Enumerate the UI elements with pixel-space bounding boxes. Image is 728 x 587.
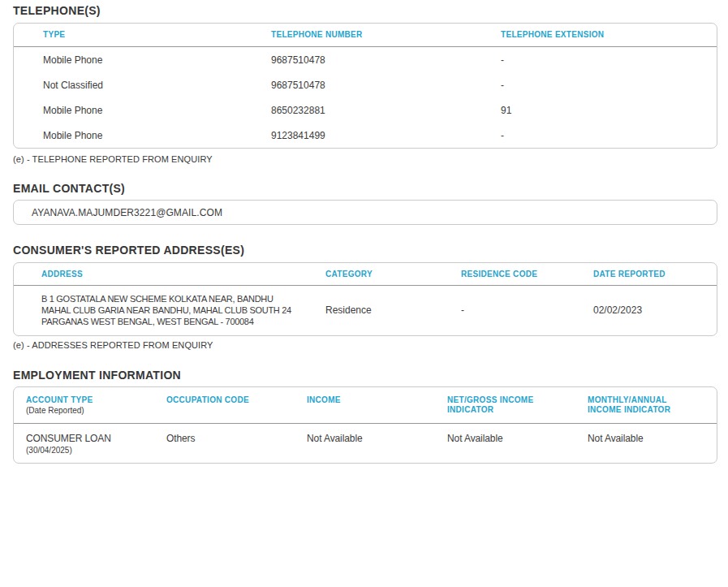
employment-table: ACCOUNT TYPE (Date Reported) OCCUPATION … bbox=[13, 386, 717, 464]
account-type-date-reported: (30/04/2025) bbox=[26, 446, 136, 455]
addresses-footnote: (e) - ADDRESSES REPORTED FROM ENQUIRY bbox=[13, 340, 717, 351]
address-line: PARGANAS WEST BENGAL, WEST BENGAL - 7000… bbox=[41, 316, 317, 327]
telephones-table: TYPE TELEPHONE NUMBER TELEPHONE EXTENSIO… bbox=[13, 23, 717, 149]
cell-date-reported: 02/02/2023 bbox=[593, 304, 717, 316]
col-header-net-gross-income-indicator: NET/GROSS INCOME INDICATOR bbox=[435, 395, 575, 415]
cell-telephone-number: 9123841499 bbox=[242, 130, 472, 141]
telephones-header-row: TYPE TELEPHONE NUMBER TELEPHONE EXTENSIO… bbox=[14, 24, 717, 47]
col-header-type: TYPE bbox=[14, 30, 242, 40]
col-header-residence-code: RESIDENCE CODE bbox=[461, 270, 593, 279]
cell-telephone-extension: - bbox=[472, 130, 717, 141]
employment-title: EMPLOYMENT INFORMATION bbox=[13, 369, 717, 382]
cell-telephone-extension: - bbox=[472, 80, 717, 91]
telephone-row: Mobile Phone 9123841499 - bbox=[14, 123, 717, 148]
address-row: B 1 GOSTATALA NEW SCHEME KOLKATA NEAR, B… bbox=[14, 286, 717, 335]
cell-type: Not Classified bbox=[14, 80, 242, 91]
col-header-category: CATEGORY bbox=[325, 270, 461, 279]
cell-address: B 1 GOSTATALA NEW SCHEME KOLKATA NEAR, B… bbox=[14, 293, 325, 327]
employment-header-row: ACCOUNT TYPE (Date Reported) OCCUPATION … bbox=[14, 387, 717, 424]
credit-report-contact-page: TELEPHONE(S) TYPE TELEPHONE NUMBER TELEP… bbox=[13, 5, 717, 464]
addresses-table: ADDRESS CATEGORY RESIDENCE CODE DATE REP… bbox=[13, 262, 717, 336]
email-value: AYANAVA.MAJUMDER3221@GMAIL.COM bbox=[32, 207, 222, 218]
cell-telephone-number: 8650232881 bbox=[242, 105, 472, 116]
emails-title: EMAIL CONTACT(S) bbox=[13, 183, 717, 195]
cell-residence-code: - bbox=[461, 304, 593, 316]
cell-monthly-annual-income-indicator: Not Available bbox=[575, 434, 717, 444]
cell-telephone-extension: - bbox=[472, 54, 717, 66]
telephone-row: Mobile Phone 8650232881 91 bbox=[14, 97, 717, 123]
cell-telephone-number: 9687510478 bbox=[242, 54, 472, 66]
col-header-date-reported: DATE REPORTED bbox=[593, 270, 717, 279]
col-header-occupation-code: OCCUPATION CODE bbox=[154, 395, 295, 405]
employment-row: CONSUMER LOAN (30/04/2025) Others Not Av… bbox=[14, 424, 717, 463]
telephone-row: Not Classified 9687510478 - bbox=[14, 72, 717, 97]
account-type-header-label: ACCOUNT TYPE bbox=[26, 395, 93, 404]
addresses-section: CONSUMER'S REPORTED ADDRESS(ES) ADDRESS … bbox=[13, 244, 717, 351]
telephone-row: Mobile Phone 9687510478 - bbox=[14, 47, 717, 72]
cell-type: Mobile Phone bbox=[14, 54, 242, 66]
col-header-monthly-annual-income-indicator: MONTHLY/ANNUAL INCOME INDICATOR bbox=[575, 395, 717, 415]
cell-telephone-number: 9687510478 bbox=[242, 80, 472, 91]
address-line: MAHAL CLUB GARIA NEAR BANDHU, MAHAL CLUB… bbox=[41, 304, 317, 316]
col-header-address: ADDRESS bbox=[14, 270, 325, 279]
cell-account-type: CONSUMER LOAN (30/04/2025) bbox=[14, 434, 154, 455]
email-box: AYANAVA.MAJUMDER3221@GMAIL.COM bbox=[13, 200, 717, 225]
telephones-section: TELEPHONE(S) TYPE TELEPHONE NUMBER TELEP… bbox=[13, 5, 717, 165]
employment-section: EMPLOYMENT INFORMATION ACCOUNT TYPE (Dat… bbox=[13, 369, 717, 464]
addresses-title: CONSUMER'S REPORTED ADDRESS(ES) bbox=[13, 244, 717, 257]
addresses-header-row: ADDRESS CATEGORY RESIDENCE CODE DATE REP… bbox=[14, 263, 717, 286]
address-line: B 1 GOSTATALA NEW SCHEME KOLKATA NEAR, B… bbox=[41, 293, 317, 304]
account-type-header-subtitle: (Date Reported) bbox=[26, 406, 136, 416]
cell-telephone-extension: 91 bbox=[472, 105, 717, 116]
cell-net-gross-income-indicator: Not Available bbox=[435, 434, 575, 444]
col-header-account-type: ACCOUNT TYPE (Date Reported) bbox=[14, 395, 154, 416]
col-header-income: INCOME bbox=[295, 395, 435, 405]
col-header-telephone-extension: TELEPHONE EXTENSION bbox=[472, 30, 717, 40]
cell-category: Residence bbox=[325, 304, 461, 316]
telephones-title: TELEPHONE(S) bbox=[13, 5, 717, 17]
cell-type: Mobile Phone bbox=[14, 105, 242, 116]
emails-section: EMAIL CONTACT(S) AYANAVA.MAJUMDER3221@GM… bbox=[13, 183, 717, 225]
cell-type: Mobile Phone bbox=[14, 130, 242, 141]
account-type-value: CONSUMER LOAN bbox=[26, 434, 136, 444]
col-header-telephone-number: TELEPHONE NUMBER bbox=[242, 30, 472, 40]
cell-income: Not Available bbox=[295, 434, 435, 444]
cell-occupation-code: Others bbox=[154, 434, 295, 444]
telephones-footnote: (e) - TELEPHONE REPORTED FROM ENQUIRY bbox=[13, 154, 717, 165]
